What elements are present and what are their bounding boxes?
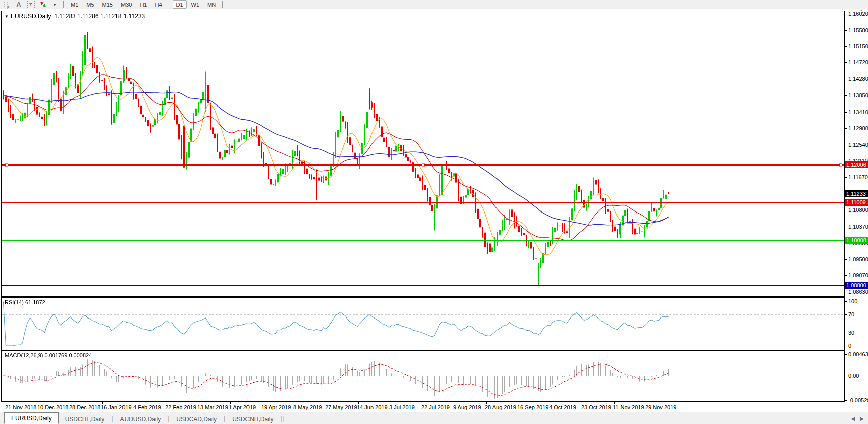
date-tick-label: 3 Jul 2019	[389, 404, 415, 410]
chart-legend: ▼EURUSD,Daily 1.11283 1.11286 1.11218 1.…	[5, 13, 145, 20]
rsi-tick-label: 100	[848, 298, 857, 304]
price-tick-mark	[845, 95, 847, 96]
tab-usdcnh[interactable]: USDCNH,Daily	[226, 414, 280, 424]
rsi-tick-label: 30	[848, 330, 854, 336]
timeframe-button-m1[interactable]: M1	[67, 0, 82, 9]
toolbar-separator	[222, 1, 223, 8]
date-tick-label: 27 May 2019	[325, 404, 357, 410]
rsi-canvas[interactable]	[2, 298, 844, 350]
macd-axis[interactable]: 0.004630.00-0.005299	[845, 350, 868, 401]
timeframe-button-m30[interactable]: M30	[117, 0, 135, 9]
rsi-panel: RSI(14) 61.1872	[1, 297, 845, 350]
macd-tick-mark	[845, 400, 847, 401]
date-tick-label: 29 Nov 2019	[645, 404, 676, 410]
tab-nav-right-icon[interactable]: ▶	[860, 416, 864, 421]
date-tick-label: 14 Jun 2019	[357, 404, 388, 410]
date-tick-label: 16 Jan 2019	[101, 404, 132, 410]
price-tick-mark	[845, 46, 847, 47]
text-box-icon[interactable]: T	[26, 1, 36, 9]
price-tick-label: 1.15150	[848, 43, 868, 49]
chart-symbol-label: EURUSD,Daily	[11, 13, 51, 20]
tab-separator: |	[111, 415, 113, 422]
rsi-tick-mark	[845, 346, 847, 346]
rsi-tick-mark	[845, 333, 847, 333]
collapse-arrow-icon[interactable]: ▼	[5, 14, 9, 19]
price-tick-label: 1.12540	[848, 142, 868, 148]
price-level-badge: 1.11009	[845, 199, 868, 206]
tab-usdchf[interactable]: USDCHF,Daily	[59, 414, 111, 424]
tabs-holder: EURUSD,DailyUSDCHF,Daily|AUDUSD,Daily|US…	[4, 412, 285, 424]
tab-eurusd[interactable]: EURUSD,Daily	[4, 412, 59, 424]
fibo-lines-icon[interactable]: F	[2, 1, 12, 9]
price-tick-mark	[845, 292, 847, 292]
tab-nav: ◀ ▶	[851, 416, 864, 421]
terminal-window: F A T ▾ M1M5M15M30H1H4D1W1MN ▲ ▼EURUSD,D…	[0, 0, 868, 424]
timeframe-button-m5[interactable]: M5	[83, 0, 97, 9]
rsi-tick-label: 0	[848, 343, 851, 349]
arrow-objects-glyph	[39, 1, 47, 8]
date-tick-label: 8 May 2019	[293, 404, 322, 410]
macd-tick-mark	[845, 354, 847, 355]
arrow-objects-dropdown-icon[interactable]: ▾	[50, 1, 60, 9]
date-axis[interactable]: 21 Nov 201810 Dec 201828 Dec 201816 Jan …	[1, 402, 845, 412]
timeframe-button-h4[interactable]: H4	[151, 0, 165, 9]
price-level-badge: 1.08800	[845, 282, 868, 289]
tab-audusd[interactable]: AUDUSD,Daily	[114, 414, 168, 424]
timeframe-button-mn[interactable]: MN	[204, 0, 219, 9]
timeframe-button-m15[interactable]: M15	[99, 0, 116, 9]
tab-separator: |	[283, 415, 285, 422]
price-tick-mark	[845, 275, 847, 276]
price-axis[interactable]: 1.160201.155801.151501.147201.142801.138…	[845, 11, 868, 297]
tab-separator: |	[224, 415, 225, 422]
text-box-glyph: T	[27, 1, 35, 8]
price-tick-label: 1.09500	[848, 256, 868, 262]
date-tick-label: 10 Dec 2018	[37, 404, 68, 410]
date-tick-label: 4 Oct 2019	[549, 404, 576, 410]
rsi-axis[interactable]: 10070300	[845, 297, 868, 350]
rsi-label: RSI(14) 61.1872	[5, 299, 45, 305]
price-tick-mark	[845, 30, 847, 31]
timeframe-button-h1[interactable]: H1	[136, 0, 150, 9]
text-label-icon[interactable]: A	[14, 1, 24, 9]
macd-canvas[interactable]	[2, 351, 844, 401]
macd-tick-label: -0.005299	[848, 397, 868, 403]
date-tick-label: 22 Feb 2019	[165, 404, 196, 410]
rsi-tick-label: 70	[848, 311, 854, 317]
price-level-badge: 1.10008	[845, 237, 868, 244]
tab-usdcad[interactable]: USDCAD,Daily	[170, 414, 223, 424]
main-chart-canvas[interactable]	[2, 11, 844, 296]
price-tick-mark	[845, 259, 847, 260]
date-tick-label: 1 Apr 2019	[229, 404, 256, 410]
timeframe-button-d1[interactable]: D1	[173, 0, 187, 9]
price-tick-label: 1.10370	[848, 224, 868, 230]
price-tick-label: 1.13850	[848, 92, 868, 98]
price-tick-mark	[845, 128, 847, 129]
price-tick-mark	[845, 14, 847, 14]
date-tick-label: 22 Jul 2019	[421, 404, 450, 410]
date-tick-label: 9 Aug 2019	[453, 404, 481, 410]
timeframe-button-w1[interactable]: W1	[188, 0, 203, 9]
price-tick-label: 1.08630	[848, 289, 868, 295]
date-tick-label: 4 Feb 2019	[133, 404, 161, 410]
tab-nav-left-icon[interactable]: ◀	[851, 416, 855, 421]
price-tick-label: 1.12980	[848, 125, 868, 131]
chart-ohlc-values: 1.11283 1.11286 1.11218 1.11233	[54, 13, 145, 20]
price-tick-mark	[845, 227, 847, 227]
toolbar-separator	[169, 1, 170, 8]
chart-tab-bar: EURUSD,DailyUSDCHF,Daily|AUDUSD,Daily|US…	[0, 412, 868, 424]
svg-text:F: F	[7, 6, 9, 9]
macd-tick-label: 0.00	[848, 373, 859, 379]
rsi-tick-mark	[845, 314, 847, 315]
main-chart-panel: ▼EURUSD,Daily 1.11283 1.11286 1.11218 1.…	[1, 11, 845, 297]
price-tick-label: 1.13410	[848, 109, 868, 115]
macd-panel: MACD(12,26,9) 0.001769 0.000824	[1, 350, 845, 402]
price-level-badge: 1.12006	[845, 161, 868, 168]
arrow-objects-icon[interactable]	[38, 1, 48, 9]
date-tick-label: 16 Sep 2019	[517, 404, 548, 410]
price-level-badge: 1.11233	[845, 190, 868, 197]
price-tick-mark	[845, 177, 847, 178]
macd-tick-mark	[845, 376, 847, 376]
price-tick-label: 1.14280	[848, 76, 868, 82]
date-tick-label: 28 Dec 2018	[69, 404, 100, 410]
tab-separator: |	[280, 415, 282, 422]
